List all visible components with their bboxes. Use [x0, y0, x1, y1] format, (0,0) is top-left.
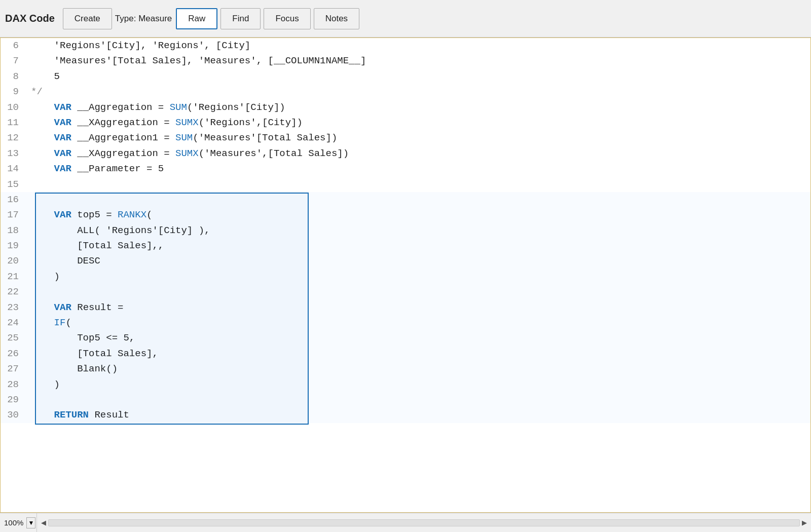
table-row: 17 VAR top5 = RANKX(: [1, 207, 810, 222]
focus-button[interactable]: Focus: [264, 8, 310, 29]
line-code: VAR Result =: [27, 300, 810, 315]
line-code: [27, 177, 810, 192]
line-number: 18: [1, 223, 27, 238]
table-row: 26 [Total Sales],: [1, 346, 810, 361]
table-row: 18 ALL( 'Regions'[City] ),: [1, 223, 810, 238]
line-code: Blank(): [27, 361, 810, 376]
line-code: [Total Sales],: [27, 346, 810, 361]
find-button[interactable]: Find: [220, 8, 261, 29]
line-number: 29: [1, 392, 27, 407]
table-row: 22: [1, 284, 810, 299]
table-row: 20 DESC: [1, 253, 810, 269]
raw-button[interactable]: Raw: [176, 8, 217, 29]
line-number: 11: [1, 115, 27, 130]
table-row: 13 VAR __XAggregation = SUMX('Measures',…: [1, 146, 810, 161]
line-number: 19: [1, 238, 27, 253]
zoom-dropdown-button[interactable]: ▼: [26, 517, 35, 528]
table-row: 11 VAR __XAggregation = SUMX('Regions',[…: [1, 115, 810, 130]
line-code: [Total Sales],,: [27, 238, 810, 253]
line-number: 7: [1, 53, 27, 68]
line-code: [27, 284, 810, 299]
table-row: 12 VAR __Aggregation1 = SUM('Measures'[T…: [1, 130, 810, 145]
bottom-bar: 100% ▼ ◀ ▶: [0, 513, 811, 532]
line-number: 10: [1, 100, 27, 115]
table-row: 21 ): [1, 269, 810, 284]
app-title: DAX Code: [5, 13, 55, 24]
app-container: DAX Code Create Type: Measure Raw Find F…: [0, 0, 811, 532]
table-row: 29: [1, 392, 810, 407]
table-row: 14 VAR __Parameter = 5: [1, 161, 810, 176]
notes-button[interactable]: Notes: [314, 8, 359, 29]
code-scroll[interactable]: 6 'Regions'[City], 'Regions', [City]7 'M…: [1, 38, 810, 512]
line-code: Top5 <= 5,: [27, 330, 810, 346]
table-row: 7 'Measures'[Total Sales], 'Measures', […: [1, 53, 810, 68]
line-number: 8: [1, 69, 27, 84]
code-wrapper: 6 'Regions'[City], 'Regions', [City]7 'M…: [1, 38, 810, 423]
line-code: */: [27, 84, 810, 99]
line-number: 22: [1, 284, 27, 299]
table-row: 19 [Total Sales],,: [1, 238, 810, 253]
zoom-value: 100%: [1, 518, 26, 527]
hscroll-left-arrow[interactable]: ◀: [39, 519, 48, 526]
line-number: 17: [1, 207, 27, 222]
line-number: 24: [1, 315, 27, 330]
line-number: 28: [1, 377, 27, 392]
toolbar: DAX Code Create Type: Measure Raw Find F…: [0, 0, 811, 37]
horizontal-scrollbar[interactable]: ◀ ▶: [37, 513, 811, 532]
line-code: 'Measures'[Total Sales], 'Measures', [__…: [27, 53, 810, 68]
line-code: VAR top5 = RANKX(: [27, 207, 810, 222]
line-code: DESC: [27, 253, 810, 269]
line-code: [27, 392, 810, 407]
create-button[interactable]: Create: [63, 8, 112, 29]
table-row: 27 Blank(): [1, 361, 810, 376]
type-label: Type: Measure: [115, 14, 172, 24]
line-code: VAR __Aggregation = SUM('Regions'[City]): [27, 100, 810, 115]
table-row: 24 IF(: [1, 315, 810, 330]
table-row: 16: [1, 192, 810, 207]
table-row: 9*/: [1, 84, 810, 99]
line-number: 27: [1, 361, 27, 376]
line-code: [27, 192, 810, 207]
line-number: 16: [1, 192, 27, 207]
line-number: 13: [1, 146, 27, 161]
line-number: 23: [1, 300, 27, 315]
zoom-control: 100% ▼: [0, 513, 37, 532]
line-number: 30: [1, 407, 27, 423]
hscroll-track[interactable]: [48, 519, 800, 526]
table-row: 28 ): [1, 377, 810, 392]
table-row: 25 Top5 <= 5,: [1, 330, 810, 346]
table-row: 30 RETURN Result: [1, 407, 810, 423]
editor-area: 6 'Regions'[City], 'Regions', [City]7 'M…: [0, 37, 811, 513]
line-code: ALL( 'Regions'[City] ),: [27, 223, 810, 238]
line-code: VAR __XAggregation = SUMX('Regions',[Cit…: [27, 115, 810, 130]
line-code: VAR __Parameter = 5: [27, 161, 810, 176]
line-code: 5: [27, 69, 810, 84]
line-number: 9: [1, 84, 27, 99]
line-number: 15: [1, 177, 27, 192]
line-code: VAR __XAggregation = SUMX('Measures',[To…: [27, 146, 810, 161]
hscroll-right-arrow[interactable]: ▶: [800, 519, 809, 526]
line-code: VAR __Aggregation1 = SUM('Measures'[Tota…: [27, 130, 810, 145]
table-row: 23 VAR Result =: [1, 300, 810, 315]
table-row: 6 'Regions'[City], 'Regions', [City]: [1, 38, 810, 53]
line-number: 20: [1, 253, 27, 269]
line-code: ): [27, 269, 810, 284]
line-number: 26: [1, 346, 27, 361]
line-number: 6: [1, 38, 27, 53]
line-number: 21: [1, 269, 27, 284]
line-code: IF(: [27, 315, 810, 330]
line-number: 14: [1, 161, 27, 176]
line-code: ): [27, 377, 810, 392]
line-number: 25: [1, 330, 27, 346]
table-row: 15: [1, 177, 810, 192]
line-number: 12: [1, 130, 27, 145]
table-row: 8 5: [1, 69, 810, 84]
line-code: RETURN Result: [27, 407, 810, 423]
code-table: 6 'Regions'[City], 'Regions', [City]7 'M…: [1, 38, 810, 423]
table-row: 10 VAR __Aggregation = SUM('Regions'[Cit…: [1, 100, 810, 115]
line-code: 'Regions'[City], 'Regions', [City]: [27, 38, 810, 53]
